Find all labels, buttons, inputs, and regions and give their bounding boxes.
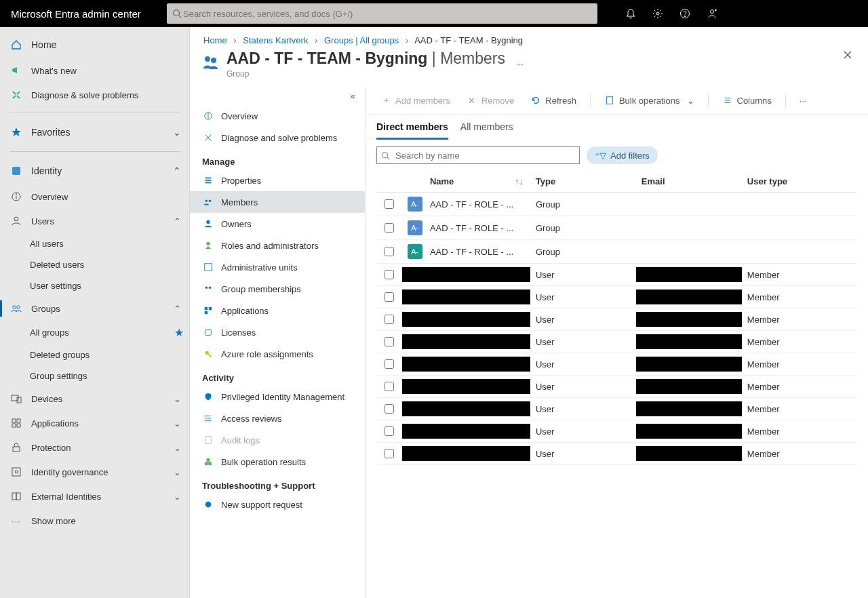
cell-name[interactable] (425, 353, 530, 376)
table-row[interactable]: A-AAD - TF - ROLE - ...Group (376, 240, 857, 264)
cell-name[interactable] (425, 376, 530, 398)
res-apps[interactable]: Applications (190, 300, 365, 321)
res-licenses[interactable]: Licenses (190, 321, 365, 343)
breadcrumb-home[interactable]: Home (203, 35, 227, 45)
close-icon[interactable] (842, 49, 853, 60)
col-name[interactable]: Name↑↓ (425, 171, 530, 193)
notifications-icon[interactable] (617, 0, 644, 27)
row-checkbox[interactable] (384, 337, 394, 346)
nav-favorites[interactable]: Favorites ⌄ (0, 119, 189, 146)
res-access-reviews[interactable]: Access reviews (190, 407, 365, 429)
cmd-bulk[interactable]: Bulk operations⌄ (597, 92, 701, 108)
cmd-more[interactable]: ··· (793, 93, 814, 108)
cmd-columns[interactable]: Columns (715, 92, 778, 108)
res-azure-roles[interactable]: Azure role assignments (190, 343, 365, 365)
table-row[interactable]: UserMember (376, 376, 857, 398)
row-checkbox[interactable] (384, 292, 394, 302)
row-checkbox[interactable] (384, 404, 394, 414)
cmd-refresh[interactable]: Refresh (524, 92, 583, 108)
tab-all-members[interactable]: All members (460, 121, 513, 140)
nav-protection[interactable]: Protection ⌄ (0, 435, 189, 460)
nav-external-identities[interactable]: External Identities ⌄ (0, 484, 189, 509)
global-search-input[interactable] (182, 8, 592, 20)
res-roles[interactable]: Roles and administrators (190, 235, 365, 256)
nav-devices[interactable]: Devices ⌄ (0, 386, 189, 411)
col-type[interactable]: Type (530, 171, 636, 193)
nav-overview[interactable]: Overview (0, 184, 189, 209)
table-row[interactable]: UserMember (376, 308, 857, 331)
row-checkbox[interactable] (384, 382, 394, 391)
help-icon[interactable] (671, 0, 698, 27)
nav-groups[interactable]: Groups ⌃ (0, 296, 189, 321)
row-checkbox[interactable] (384, 449, 394, 458)
cmd-add-members[interactable]: ＋Add members (374, 92, 457, 108)
nav-identity[interactable]: Identity ⌃ (0, 157, 189, 184)
breadcrumb-groups[interactable]: Groups | All groups (324, 35, 399, 45)
row-checkbox[interactable] (384, 359, 394, 369)
nav-home[interactable]: Home (0, 31, 189, 58)
res-admin-units[interactable]: Administrative units (190, 256, 365, 278)
table-row[interactable]: UserMember (376, 331, 857, 353)
tab-direct-members[interactable]: Direct members (376, 121, 448, 140)
breadcrumb-tenant[interactable]: Statens Kartverk (243, 35, 308, 45)
cell-name[interactable]: AAD - TF - ROLE - ... (425, 193, 530, 216)
member-search[interactable] (376, 146, 580, 164)
row-checkbox[interactable] (384, 199, 394, 209)
table-row[interactable]: A-AAD - TF - ROLE - ...Group (376, 216, 857, 240)
row-checkbox[interactable] (384, 315, 394, 324)
nav-deleted-groups[interactable]: Deleted groups (0, 344, 189, 365)
res-support[interactable]: New support request (190, 494, 365, 515)
col-user-type[interactable]: User type (742, 171, 857, 193)
row-checkbox[interactable] (384, 223, 394, 233)
settings-icon[interactable] (644, 0, 671, 27)
cell-name[interactable]: AAD - TF - ROLE - ... (425, 240, 530, 264)
res-diagnose[interactable]: Diagnose and solve problems (190, 127, 365, 148)
table-row[interactable]: UserMember (376, 398, 857, 420)
nav-applications[interactable]: Applications ⌄ (0, 411, 189, 435)
cell-name[interactable] (425, 286, 530, 308)
cell-name[interactable] (425, 398, 530, 420)
nav-whats-new[interactable]: What's new (0, 58, 189, 83)
nav-group-settings[interactable]: Group settings (0, 365, 189, 386)
nav-all-groups[interactable]: All groups ★ (0, 321, 189, 344)
add-filters-button[interactable]: ⁺▽Add filters (587, 146, 658, 164)
res-bulk-results[interactable]: Bulk operation results (190, 451, 365, 473)
nav-all-users[interactable]: All users (0, 233, 189, 254)
table-row[interactable]: UserMember (376, 420, 857, 443)
res-group-mem[interactable]: Group memberships (190, 278, 365, 300)
cell-name[interactable] (425, 308, 530, 331)
row-checkbox[interactable] (384, 270, 394, 279)
cmd-remove[interactable]: ✕Remove (460, 92, 521, 108)
table-row[interactable]: UserMember (376, 353, 857, 376)
account-area[interactable] (726, 0, 868, 27)
nav-user-settings[interactable]: User settings (0, 275, 189, 296)
cell-name[interactable]: AAD - TF - ROLE - ... (425, 216, 530, 240)
res-properties[interactable]: Properties (190, 170, 365, 191)
sort-icon[interactable]: ↑↓ (515, 176, 524, 186)
cell-name[interactable] (425, 331, 530, 353)
member-search-input[interactable] (394, 150, 575, 161)
res-pim[interactable]: Privileged Identity Management (190, 386, 365, 407)
nav-deleted-users[interactable]: Deleted users (0, 254, 189, 275)
table-row[interactable]: A-AAD - TF - ROLE - ...Group (376, 193, 857, 216)
res-members[interactable]: Members (190, 191, 365, 213)
cell-name[interactable] (425, 420, 530, 443)
feedback-icon[interactable] (698, 0, 726, 27)
favorite-star-icon[interactable]: ★ (174, 326, 184, 339)
row-checkbox[interactable] (384, 247, 394, 256)
res-owners[interactable]: Owners (190, 213, 365, 235)
nav-identity-governance[interactable]: Identity governance ⌄ (0, 460, 189, 484)
row-checkbox[interactable] (384, 426, 394, 436)
nav-users[interactable]: Users ⌃ (0, 209, 189, 233)
table-row[interactable]: UserMember (376, 443, 857, 465)
global-search[interactable] (167, 3, 597, 24)
cell-name[interactable] (425, 443, 530, 465)
collapse-menu-icon[interactable]: « (190, 87, 365, 105)
cell-name[interactable] (425, 264, 530, 286)
nav-diagnose[interactable]: Diagnose & solve problems (0, 83, 189, 107)
page-more-icon[interactable]: ··· (516, 59, 524, 69)
col-email[interactable]: Email (636, 171, 742, 193)
nav-show-more[interactable]: ··· Show more (0, 509, 189, 533)
table-row[interactable]: UserMember (376, 264, 857, 286)
res-overview[interactable]: Overview (190, 105, 365, 127)
